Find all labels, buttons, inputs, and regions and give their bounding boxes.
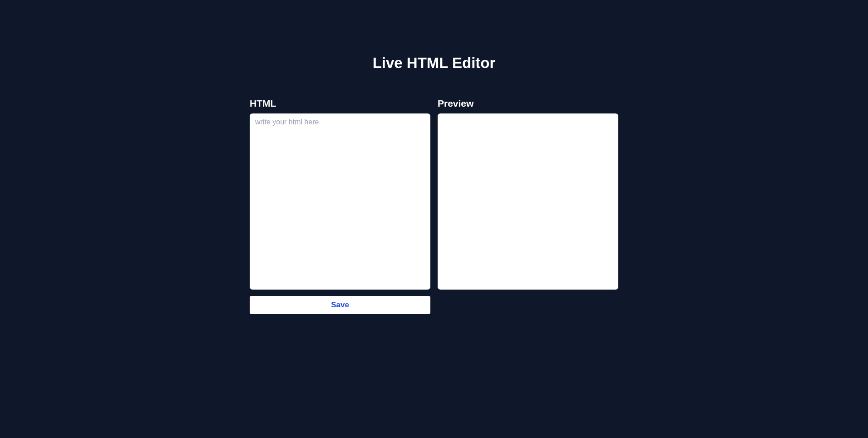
preview-label: Preview (438, 98, 618, 109)
page-title: Live HTML Editor (250, 54, 618, 72)
html-input[interactable] (250, 113, 430, 290)
editor-wrapper: HTML Save Preview (250, 98, 618, 314)
preview-column: Preview (438, 98, 618, 314)
html-label: HTML (250, 98, 430, 109)
preview-panel (438, 113, 618, 290)
save-button[interactable]: Save (250, 296, 430, 314)
editor-container: Live HTML Editor HTML Save Preview (250, 0, 618, 314)
html-column: HTML Save (250, 98, 430, 314)
